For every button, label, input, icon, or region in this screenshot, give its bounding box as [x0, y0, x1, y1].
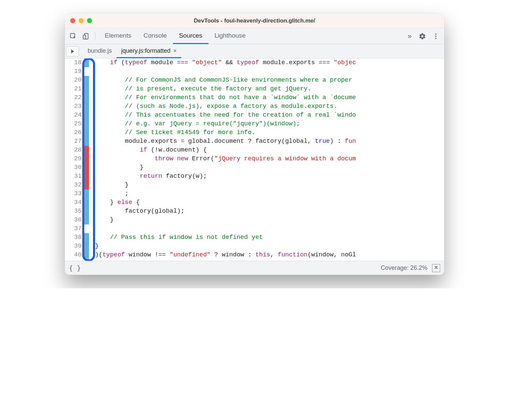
- line-number[interactable]: 34: [68, 198, 84, 207]
- line-number[interactable]: 36: [68, 216, 84, 224]
- close-icon[interactable]: ×: [173, 47, 177, 54]
- file-tab-label: jquery.js:formatted: [121, 47, 171, 54]
- line-number[interactable]: 40: [68, 251, 84, 259]
- line-number[interactable]: 24: [68, 111, 84, 120]
- code-line[interactable]: }: [95, 163, 444, 172]
- line-number[interactable]: 37: [68, 224, 84, 233]
- panel-tab-console[interactable]: Console: [137, 28, 173, 44]
- line-number[interactable]: 33: [68, 190, 84, 198]
- svg-rect-2: [83, 35, 86, 39]
- code-line[interactable]: // See ticket #14549 for more info.: [95, 128, 444, 137]
- code-line[interactable]: if (typeof module === "object" && typeof…: [95, 58, 444, 67]
- coverage-marker: [84, 198, 89, 207]
- coverage-marker: [84, 216, 89, 224]
- window-controls: [70, 18, 92, 23]
- main-toolbar: ElementsConsoleSourcesLighthouse »: [65, 28, 444, 44]
- line-number[interactable]: 25: [68, 120, 84, 128]
- line-number[interactable]: 35: [68, 207, 84, 216]
- code-line[interactable]: throw new Error("jQuery requires a windo…: [95, 155, 444, 163]
- device-toolbar-icon[interactable]: [80, 31, 92, 42]
- panel-tab-lighthouse[interactable]: Lighthouse: [209, 28, 252, 44]
- file-tab[interactable]: bundle.js: [83, 44, 117, 58]
- panel-tab-elements[interactable]: Elements: [99, 28, 137, 44]
- code-line[interactable]: }: [95, 181, 444, 190]
- code-line[interactable]: factory(global);: [95, 207, 444, 216]
- minimize-window-button[interactable]: [79, 18, 84, 23]
- code-line[interactable]: )(typeof window !== "undefined" ? window…: [95, 251, 444, 259]
- line-number[interactable]: 26: [68, 128, 84, 137]
- code-line[interactable]: [95, 67, 444, 76]
- titlebar: DevTools - foul-heavenly-direction.glitc…: [65, 13, 444, 28]
- svg-point-5: [435, 38, 436, 39]
- coverage-marker: [84, 137, 89, 146]
- toolbar-separator: [95, 32, 95, 41]
- code-content[interactable]: if (typeof module === "object" && typeof…: [89, 58, 444, 261]
- code-line[interactable]: module.exports = global.document ? facto…: [95, 137, 444, 146]
- code-line[interactable]: // For environments that do not have a `…: [95, 93, 444, 102]
- line-number[interactable]: 39: [68, 242, 84, 251]
- code-line[interactable]: // is present, execute the factory and g…: [95, 85, 444, 93]
- file-tab-label: bundle.js: [88, 47, 112, 54]
- pretty-print-button[interactable]: { }: [69, 264, 81, 272]
- coverage-marker: [84, 155, 89, 163]
- code-line[interactable]: // Pass this if window is not defined ye…: [95, 233, 444, 242]
- coverage-marker: [84, 190, 89, 198]
- line-number[interactable]: 20: [68, 76, 84, 85]
- coverage-marker: [84, 251, 89, 259]
- inspect-element-icon[interactable]: [67, 31, 79, 42]
- code-line[interactable]: // This accentuates the need for the cre…: [95, 111, 444, 120]
- svg-point-3: [435, 33, 436, 35]
- kebab-menu-icon[interactable]: [430, 31, 442, 42]
- line-number[interactable]: 18: [68, 58, 84, 67]
- svg-marker-6: [72, 50, 74, 53]
- code-line[interactable]: // For CommonJS and CommonJS-like enviro…: [95, 76, 444, 85]
- status-bar: { } Coverage: 26.2%: [65, 261, 444, 275]
- line-number[interactable]: 21: [68, 85, 84, 93]
- line-number[interactable]: 32: [68, 181, 84, 190]
- coverage-marker: [84, 102, 89, 111]
- coverage-marker: [84, 207, 89, 216]
- code-line[interactable]: return factory(w);: [95, 172, 444, 181]
- svg-point-4: [435, 36, 436, 37]
- coverage-marker: [84, 242, 89, 251]
- panel-tab-sources[interactable]: Sources: [173, 28, 209, 44]
- line-number[interactable]: 28: [68, 146, 84, 155]
- coverage-marker: [84, 224, 89, 233]
- coverage-marker: [84, 172, 89, 181]
- coverage-marker: [84, 163, 89, 172]
- code-line[interactable]: }: [95, 242, 444, 251]
- code-line[interactable]: } else {: [95, 198, 444, 207]
- line-number[interactable]: 30: [68, 163, 84, 172]
- line-number[interactable]: 31: [68, 172, 84, 181]
- navigator-toggle-button[interactable]: [66, 46, 79, 56]
- coverage-marker: [84, 146, 89, 155]
- close-window-button[interactable]: [70, 18, 75, 23]
- code-line[interactable]: if (!w.document) {: [95, 146, 444, 155]
- line-number[interactable]: 29: [68, 155, 84, 163]
- code-line[interactable]: ;: [95, 190, 444, 198]
- code-line[interactable]: [95, 224, 444, 233]
- panel-tabs: ElementsConsoleSourcesLighthouse: [99, 28, 403, 44]
- coverage-marker: [84, 67, 89, 76]
- file-tab-bar: bundle.jsjquery.js:formatted×: [65, 44, 444, 58]
- code-line[interactable]: // e.g. var jQuery = require("jquery")(w…: [95, 120, 444, 128]
- drawer-toggle-icon[interactable]: [432, 264, 440, 272]
- more-tabs-icon[interactable]: »: [404, 31, 415, 42]
- coverage-marker: [84, 128, 89, 137]
- coverage-marker: [84, 58, 89, 67]
- settings-icon[interactable]: [417, 31, 428, 42]
- file-tab[interactable]: jquery.js:formatted×: [117, 44, 181, 58]
- maximize-window-button[interactable]: [87, 18, 92, 23]
- source-editor[interactable]: 1819202122232425262728293031323334353637…: [65, 58, 444, 261]
- line-number[interactable]: 19: [68, 67, 84, 76]
- line-number[interactable]: 27: [68, 137, 84, 146]
- coverage-marker: [84, 93, 89, 102]
- window-title: DevTools - foul-heavenly-direction.glitc…: [65, 17, 444, 24]
- code-line[interactable]: }: [95, 216, 444, 224]
- coverage-status: Coverage: 26.2%: [381, 264, 427, 271]
- line-number[interactable]: 23: [68, 102, 84, 111]
- code-line[interactable]: // (such as Node.js), expose a factory a…: [95, 102, 444, 111]
- line-number[interactable]: 22: [68, 93, 84, 102]
- coverage-marker: [84, 233, 89, 242]
- line-number[interactable]: 38: [68, 233, 84, 242]
